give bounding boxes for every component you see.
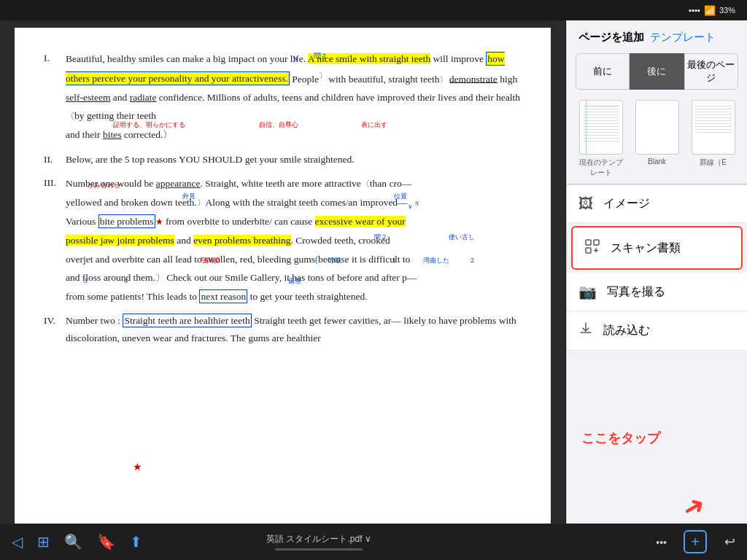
radiate-annotation: 表に出す xyxy=(361,119,387,131)
menu-import-label: 読み込む xyxy=(603,323,650,338)
num4-annotation: 4 xyxy=(124,275,128,287)
num3-annotation: 3 xyxy=(84,275,88,287)
q1-annotation: 問１ xyxy=(314,50,328,63)
pdf-progress-bar xyxy=(275,548,363,551)
pdf-toolbar-left[interactable]: ◁ ⊞ 🔍 🔖 ⬆ xyxy=(12,533,142,551)
jaw-problems-highlight: possible jaw joint problems xyxy=(66,235,174,246)
breathing-highlight: even problems breathing xyxy=(193,235,290,246)
battery-icon: 33% xyxy=(719,6,735,15)
appearance-text: appearance xyxy=(156,178,201,189)
pdf-filename[interactable]: 英語 スタイルシート.pdf ∨ xyxy=(266,533,371,545)
menu-item-import[interactable]: 読み込む xyxy=(567,311,747,351)
gaiken-annotation: 外見 xyxy=(182,190,196,202)
menu-section: 🖼 イメージ スキャン書類 📷 写真を撮る xyxy=(567,184,747,524)
bookmark-icon[interactable]: 🔖 xyxy=(97,533,115,551)
page-add-header: ページを追加 テンプレート xyxy=(567,20,747,49)
svg-rect-0 xyxy=(586,240,591,245)
undo-icon[interactable]: ↩ xyxy=(724,534,735,550)
popup-panel: ページを追加 テンプレート 前に 後に 最後のページ xyxy=(566,20,747,524)
menu-camera-label: 写真を撮る xyxy=(607,284,665,300)
section-4-text: Number two : Straight teeth are healthie… xyxy=(66,312,522,348)
pdf-bottom-bar: ◁ ⊞ 🔍 🔖 ⬆ 英語 スタイルシート.pdf ∨ xyxy=(0,524,565,560)
template-button[interactable]: テンプレート xyxy=(650,31,716,44)
pdf-section-2: II. Below, are the 5 top reasons YOU SHO… xyxy=(44,151,522,168)
pdf-section-4: IV. Number two : Straight teeth are heal… xyxy=(44,312,522,348)
menu-item-image[interactable]: 🖼 イメージ xyxy=(567,184,747,223)
templates-row: 現在のテンプレート Blank xyxy=(567,94,747,184)
grid-icon[interactable]: ⊞ xyxy=(37,533,50,551)
roman-2: II. xyxy=(44,151,66,168)
template-current[interactable]: 現在のテンプレート xyxy=(576,100,626,178)
roman-1: I. xyxy=(44,50,66,145)
q2-annotation: 問２ xyxy=(374,231,387,243)
bite-problems-box: bite problems xyxy=(98,214,155,228)
template-current-label: 現在のテンプレート xyxy=(576,158,626,178)
menu-item-camera[interactable]: 📷 写真を撮る xyxy=(567,273,747,311)
tsukaifurushi-annotation: 使い古し xyxy=(449,231,475,243)
ichii-annotation: 位置 xyxy=(394,190,407,202)
template-thumb-blank[interactable] xyxy=(635,100,679,155)
healthier-teeth-box: Straight teeth are healthier teeth xyxy=(123,314,251,327)
curve-arrow-1: ↙ xyxy=(292,51,298,66)
tab-after[interactable]: 後に xyxy=(630,53,684,90)
import-icon xyxy=(578,322,593,340)
tab-last[interactable]: 最後のページ xyxy=(684,53,738,90)
wifi-icon: 📶 xyxy=(704,5,716,16)
popup-bottom-bar: + ↩ ••• xyxy=(566,524,747,560)
search-icon[interactable]: 🔍 xyxy=(64,533,82,551)
image-icon: 🖼 xyxy=(578,195,593,212)
wankyokushita-annotation: 湾曲した xyxy=(423,254,449,266)
demonstrate-annotation: 証明する、明らかにする xyxy=(113,119,185,131)
tab-before[interactable]: 前に xyxy=(576,53,630,90)
template-thumb-current[interactable] xyxy=(579,100,623,155)
template-blank-label: Blank xyxy=(648,158,666,166)
menu-item-scan[interactable]: スキャン書類 xyxy=(573,228,741,268)
back-icon[interactable]: ◁ xyxy=(12,533,23,551)
demonstrate-text: demonstrate xyxy=(449,73,498,84)
menu-scan-label: スキャン書類 xyxy=(611,241,681,256)
self-esteem-annotation: 自信、自尊心 xyxy=(259,119,298,131)
pdf-page: I. Beautiful, healthy smiles can make a … xyxy=(15,28,551,524)
red-star-4: ★ xyxy=(133,458,142,476)
svg-rect-1 xyxy=(594,240,599,245)
radiate-text: radiate xyxy=(130,92,157,103)
menu-item-scan-wrapper: スキャン書類 xyxy=(571,226,743,270)
self-esteem-text: self-esteem xyxy=(66,92,110,103)
menu-image-label: イメージ xyxy=(603,196,650,211)
excessive-wear-highlight: excessive wear of your xyxy=(315,216,406,227)
num2-c: 2 xyxy=(471,254,474,266)
kokyuu-annotation: 呼吸 xyxy=(328,254,341,266)
more-icon[interactable]: ••• xyxy=(656,537,667,548)
roman-4: IV. xyxy=(44,312,66,348)
roman-3: III. xyxy=(44,174,66,306)
pdf-section-1: I. Beautiful, healthy smiles can make a … xyxy=(44,50,522,145)
next-reason-box: next reason xyxy=(199,289,247,303)
signal-icon: ▪▪▪▪ xyxy=(689,6,700,15)
status-bar: ▪▪▪▪ 📶 33% xyxy=(0,0,747,20)
template-ruled[interactable]: 罫線（E xyxy=(688,100,738,178)
share-icon[interactable]: ⬆ xyxy=(130,533,142,551)
num1-c: 1 xyxy=(392,254,396,266)
scan-icon xyxy=(584,238,600,258)
plus-button[interactable]: + xyxy=(684,530,707,553)
tab-row: 前に 後に 最後のページ xyxy=(567,49,747,94)
status-bar-right: ▪▪▪▪ 📶 33% xyxy=(689,5,735,16)
haguki-annotation: 歯茎 xyxy=(288,275,301,287)
page-add-title: ページを追加 xyxy=(578,31,644,44)
camera-icon: 📷 xyxy=(578,283,597,300)
section-2-text: Below, are the 5 top reasons YOU SHOULD … xyxy=(66,151,355,168)
plus-icon: + xyxy=(691,534,700,551)
pdf-section-3: III. Number one would be appearance. Str… xyxy=(44,174,522,306)
template-blank[interactable]: Blank xyxy=(632,100,682,178)
pdf-area: I. Beautiful, healthy smiles can make a … xyxy=(0,20,565,524)
template-thumb-ruled[interactable] xyxy=(692,100,735,155)
bites-text: bites xyxy=(103,129,122,140)
gakkantsetsu-annotation: 顎関節 xyxy=(201,254,220,266)
svg-rect-2 xyxy=(586,248,591,253)
tap-here-label: ここをタップ xyxy=(581,429,660,447)
template-ruled-label: 罫線（E xyxy=(700,158,727,168)
pdf-filename-bar: 英語 スタイルシート.pdf ∨ xyxy=(266,533,371,551)
